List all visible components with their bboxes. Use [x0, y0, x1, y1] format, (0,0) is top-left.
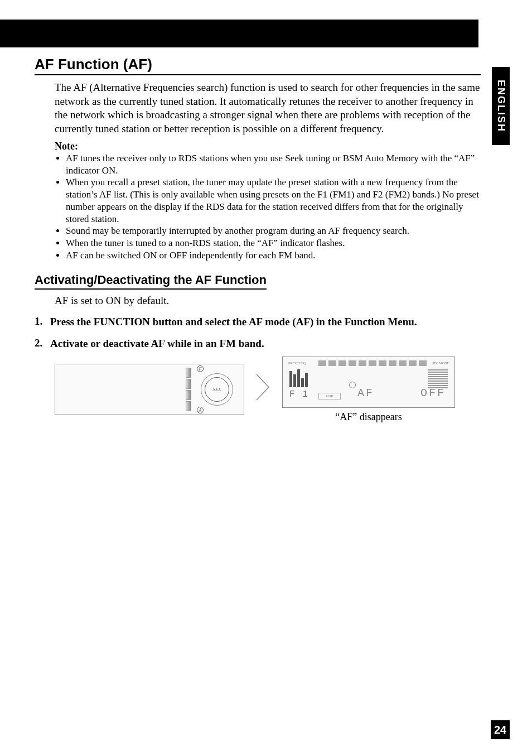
step-2: 2. Activate or deactivate AF while in an…: [35, 337, 481, 351]
note-item: AF can be switched ON or OFF independent…: [66, 249, 481, 262]
page-content: AF Function (AF) The AF (Alternative Fre…: [35, 56, 481, 423]
top-icons: [318, 360, 448, 367]
device-illustration: F A SEL: [55, 364, 244, 415]
eq-bars-icon: [289, 369, 314, 387]
display-column: PRESET EQ SFC MODE F 1 DSP AF OFF “A: [282, 357, 455, 423]
step-1: 1. Press the FUNCTION button and select …: [35, 315, 481, 329]
note-list: AF tunes the receiver only to RDS statio…: [66, 152, 481, 262]
figure-caption: “AF” disappears: [335, 411, 402, 423]
sub-intro: AF is set to ON by default.: [55, 294, 481, 308]
step-number: 2.: [35, 337, 50, 351]
note-item: Sound may be temporarily interrupted by …: [66, 225, 481, 237]
step-text: Press the FUNCTION button and select the…: [50, 315, 417, 329]
step-number: 1.: [35, 315, 50, 329]
main-heading: AF Function (AF): [35, 56, 481, 75]
arrow-right-icon: [255, 373, 271, 406]
note-label: Note:: [55, 141, 481, 152]
page-number: 24: [491, 720, 510, 739]
note-item: AF tunes the receiver only to RDS statio…: [66, 152, 481, 177]
knob-area: SEL: [195, 368, 239, 411]
header-black-bar: [0, 20, 478, 47]
preset-eq-label: PRESET EQ: [288, 362, 306, 365]
mode-graphic: [428, 369, 448, 388]
language-tab: ENGLISH: [492, 67, 510, 145]
sub-heading: Activating/Deactivating the AF Function: [35, 273, 267, 290]
device-buttons: [186, 368, 191, 411]
dsp-indicator: DSP: [318, 393, 341, 399]
step-text: Activate or deactivate AF while in an FM…: [50, 337, 264, 351]
figure-row: F A SEL PRESET EQ SFC MODE: [55, 357, 481, 423]
sel-knob: SEL: [205, 377, 229, 402]
note-item: When the tuner is tuned to a non-RDS sta…: [66, 237, 481, 249]
off-indicator: OFF: [420, 387, 446, 399]
intro-paragraph: The AF (Alternative Frequencies search) …: [55, 81, 481, 136]
af-indicator: AF: [357, 387, 374, 399]
band-indicator: F 1: [289, 389, 309, 399]
display-illustration: PRESET EQ SFC MODE F 1 DSP AF OFF: [282, 357, 455, 408]
note-item: When you recall a preset station, the tu…: [66, 176, 481, 225]
circle-indicator-icon: [349, 382, 356, 388]
